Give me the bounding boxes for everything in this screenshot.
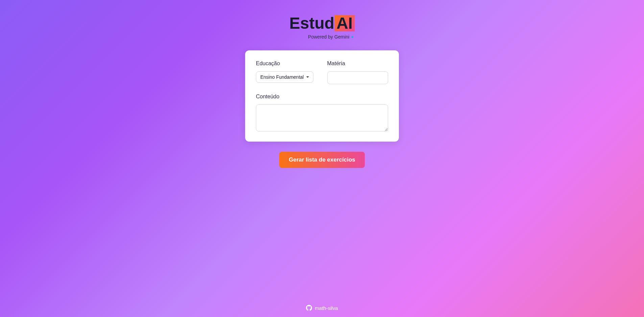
generate-button[interactable]: Gerar lista de exercícios bbox=[279, 152, 365, 168]
header: EstudAI Powered by Gemini ✦ bbox=[289, 15, 355, 40]
powered-by: Powered by Gemini ✦ bbox=[289, 34, 355, 40]
content-textarea[interactable] bbox=[256, 104, 388, 131]
subject-input[interactable] bbox=[327, 71, 388, 84]
sparkle-icon: ✦ bbox=[351, 35, 354, 40]
education-label: Educação bbox=[256, 60, 317, 67]
footer: math-silva bbox=[306, 305, 338, 311]
form-row-top: Educação Ensino Fundamental Matéria bbox=[256, 60, 388, 84]
footer-author[interactable]: math-silva bbox=[315, 305, 338, 311]
powered-by-text: Powered by Gemini bbox=[308, 34, 349, 40]
education-select[interactable]: Ensino Fundamental bbox=[256, 71, 313, 83]
education-group: Educação Ensino Fundamental bbox=[256, 60, 317, 84]
logo: EstudAI bbox=[289, 15, 355, 31]
logo-suffix: AI bbox=[334, 15, 355, 31]
subject-group: Matéria bbox=[327, 60, 388, 84]
subject-label: Matéria bbox=[327, 60, 388, 67]
content-label: Conteúdo bbox=[256, 94, 388, 100]
logo-prefix: Estud bbox=[289, 14, 334, 32]
content-group: Conteúdo bbox=[256, 94, 388, 131]
github-icon bbox=[306, 305, 312, 311]
form-card: Educação Ensino Fundamental Matéria Cont… bbox=[245, 50, 399, 142]
